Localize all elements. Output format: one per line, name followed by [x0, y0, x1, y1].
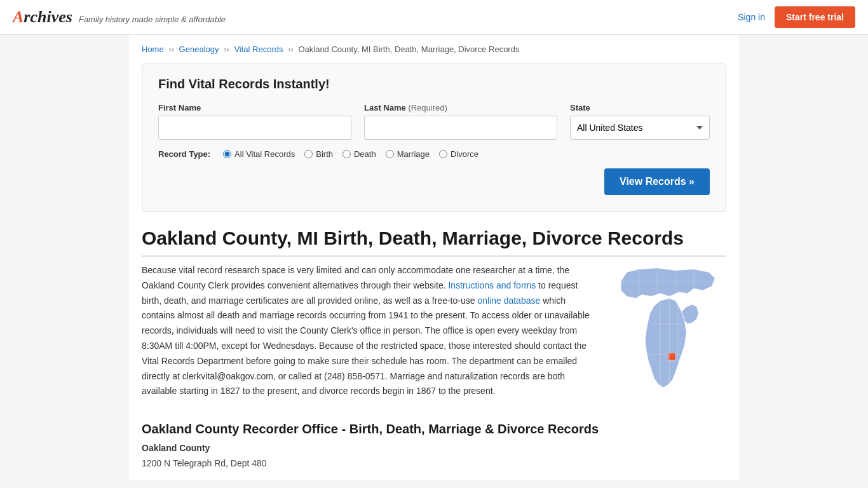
radio-marriage-input[interactable]: [386, 150, 394, 158]
radio-birth[interactable]: Birth: [304, 149, 333, 159]
radio-death[interactable]: Death: [342, 149, 376, 159]
state-field-group: State All United States Alabama Alaska A…: [570, 103, 710, 140]
breadcrumb: Home ›› Genealogy ›› Vital Records ›› Oa…: [142, 44, 726, 54]
view-records-row: View Records »: [158, 168, 710, 195]
view-records-button[interactable]: View Records »: [604, 168, 710, 195]
sub-section-title: Oakland County Recorder Office - Birth, …: [142, 422, 726, 437]
radio-marriage[interactable]: Marriage: [386, 149, 430, 159]
breadcrumb-genealogy[interactable]: Genealogy: [179, 44, 219, 54]
main-content: Home ›› Genealogy ›› Vital Records ›› Oa…: [129, 35, 739, 480]
radio-death-label: Death: [354, 149, 376, 159]
radio-divorce-label: Divorce: [451, 149, 478, 159]
michigan-map: [614, 263, 725, 403]
sign-in-link[interactable]: Sign in: [738, 12, 765, 22]
radio-all-vital-input[interactable]: [223, 150, 231, 158]
content-text: Because vital record research space is v…: [142, 263, 596, 403]
search-box: Find Vital Records Instantly! First Name…: [142, 64, 726, 212]
search-title: Find Vital Records Instantly!: [158, 77, 710, 92]
content-map: [612, 263, 726, 403]
svg-rect-0: [668, 353, 675, 360]
first-name-label: First Name: [158, 103, 351, 112]
start-trial-button[interactable]: Start free trial: [775, 6, 855, 28]
instructions-link[interactable]: Instructions and forms: [448, 280, 536, 290]
first-name-input[interactable]: [158, 116, 351, 140]
radio-divorce[interactable]: Divorce: [439, 149, 478, 159]
office-name: Oakland County: [142, 443, 726, 453]
record-type-radio-group: All Vital Records Birth Death Marriage D…: [223, 149, 478, 159]
breadcrumb-sep-1: ››: [168, 44, 174, 54]
header-right: Sign in Start free trial: [738, 6, 855, 28]
radio-all-vital[interactable]: All Vital Records: [223, 149, 295, 159]
state-label: State: [570, 103, 710, 112]
office-address: 1200 N Telegraph Rd, Dept 480: [142, 456, 726, 470]
content-paragraph: Because vital record research space is v…: [142, 263, 596, 399]
last-name-label: Last Name (Required): [364, 103, 557, 112]
search-fields: First Name Last Name (Required) State Al…: [158, 103, 710, 140]
radio-birth-input[interactable]: [304, 150, 313, 158]
header: Archives Family history made simple & af…: [0, 0, 868, 35]
record-type-label: Record Type:: [158, 149, 210, 159]
header-left: Archives Family history made simple & af…: [13, 8, 226, 27]
online-database-link[interactable]: online database: [477, 295, 540, 306]
breadcrumb-sep-3: ››: [288, 44, 294, 54]
breadcrumb-home[interactable]: Home: [142, 44, 164, 54]
first-name-field-group: First Name: [158, 103, 351, 140]
required-note: (Required): [408, 103, 447, 112]
record-type-row: Record Type: All Vital Records Birth Dea…: [158, 149, 710, 159]
state-select[interactable]: All United States Alabama Alaska Arizona…: [570, 116, 710, 140]
content-area: Because vital record research space is v…: [142, 263, 726, 403]
site-logo: Archives: [13, 8, 72, 27]
page-title: Oakland County, MI Birth, Death, Marriag…: [142, 227, 726, 257]
breadcrumb-sep-2: ››: [224, 44, 229, 54]
breadcrumb-vital-records[interactable]: Vital Records: [234, 44, 283, 54]
header-tagline: Family history made simple & affordable: [79, 15, 226, 24]
radio-all-vital-label: All Vital Records: [234, 149, 295, 159]
radio-marriage-label: Marriage: [397, 149, 430, 159]
last-name-input[interactable]: [364, 116, 557, 140]
radio-divorce-input[interactable]: [439, 150, 447, 158]
radio-birth-label: Birth: [316, 149, 333, 159]
last-name-field-group: Last Name (Required): [364, 103, 557, 140]
radio-death-input[interactable]: [342, 150, 351, 158]
breadcrumb-current: Oakland County, MI Birth, Death, Marriag…: [298, 44, 519, 54]
body-text-3: which contains almost all death and marr…: [142, 295, 590, 396]
